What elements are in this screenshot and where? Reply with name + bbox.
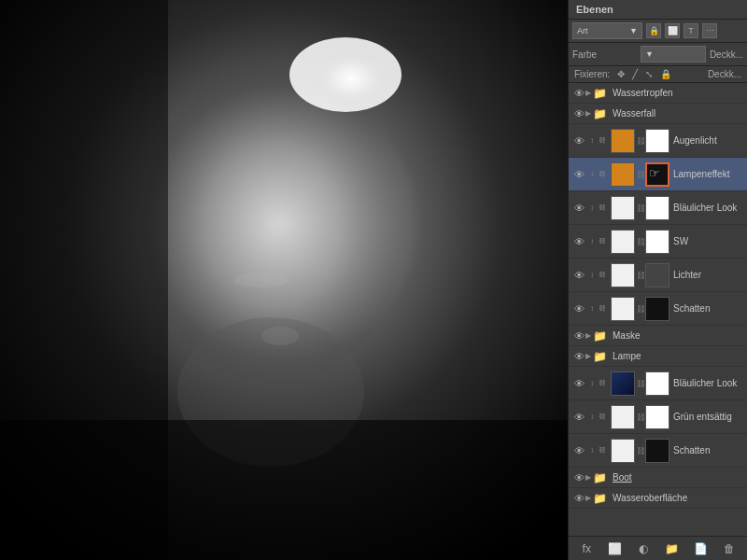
chain-icon: ⛓ [598,136,607,146]
layer-mask-thumbnail [645,405,669,429]
chain-link-icon: ⛓ [637,271,644,280]
layer-name: Bläulicher Look [670,203,743,213]
add-group-button[interactable]: 📁 [663,539,682,558]
fix-label: Fixieren: [574,69,610,79]
layer-row[interactable]: 👁 ▶ 📁 Wasseroberfläche [569,488,747,509]
layer-row[interactable]: 👁 ▶ 📁 Wasserfall [569,104,747,124]
layer-row[interactable]: 👁 ▶ 📁 Lampe [569,346,747,367]
layer-controls: ↕ ⛓ [587,304,607,314]
lock-icon-btn[interactable]: 🔒 [646,23,661,38]
link-icon: ↕ [587,136,597,146]
layer-row[interactable]: 👁 ↕ ⛓ ⛓ Grün entsättig [569,400,747,434]
group-arrow[interactable]: ▶ [585,352,591,360]
layer-row[interactable]: 👁 ↕ ⛓ ⛓ Schatten [569,434,747,468]
layer-controls: ↕ ⛓ [587,237,607,246]
group-arrow[interactable]: ▶ [585,89,591,97]
layer-name: SW [670,236,743,246]
layer-row[interactable]: 👁 ↕ ⛓ ⛓ Bläulicher Look [569,191,747,225]
layer-thumbnail [611,129,635,153]
visibility-icon[interactable]: 👁 [572,471,585,484]
blend-mode-select[interactable]: Art ▼ [572,22,642,39]
canvas-image [0,0,568,560]
color-select[interactable]: ▼ [641,46,706,63]
visibility-icon[interactable]: 👁 [572,202,585,215]
visibility-icon[interactable]: 👁 [572,492,585,505]
layer-controls: ↕ ⛓ [587,379,607,388]
layer-controls: ↕ ⛓ [587,203,607,213]
layer-thumbnail [611,230,635,254]
svg-rect-5 [0,420,568,560]
add-adjustment-button[interactable]: ◐ [634,539,653,558]
layer-mask-thumbnail: ☞ [645,162,669,187]
panel-bottom: fx ⬜ ◐ 📁 📄 🗑 [569,536,747,560]
mask-icon-btn[interactable]: ⬜ [665,23,680,38]
layer-controls: ↕ ⛓ [587,271,607,280]
chain-link-icon: ⛓ [637,446,644,455]
fix-move-icon[interactable]: ✥ [617,69,625,79]
layer-mask-thumbnail [645,371,669,396]
link-icon: ↕ [587,203,597,213]
visibility-icon[interactable]: 👁 [572,269,585,282]
more-icon-btn[interactable]: ⋯ [702,23,717,38]
layer-name: Lampeneffekt [670,169,743,179]
visibility-icon[interactable]: 👁 [572,411,585,424]
layer-row[interactable]: 👁 ▶ 📁 Wassertropfen [569,83,747,104]
layer-row[interactable]: 👁 ↕ ⛓ ⛓ Lichter [569,259,747,292]
layer-name: Wasserfall [610,108,743,119]
layer-controls: ↕ ⛓ [587,170,607,179]
layer-row[interactable]: 👁 ▶ 📁 Boot [569,468,747,488]
blend-mode-value: Art [577,26,588,35]
chain-icon: ⛓ [598,413,607,422]
fix-brush-icon[interactable]: ╱ [632,69,638,79]
layer-row[interactable]: 👁 ↕ ⛓ ⛓ SW [569,225,747,259]
group-arrow[interactable]: ▶ [585,473,591,482]
layers-list[interactable]: 👁 ▶ 📁 Wassertropfen 👁 ▶ 📁 Wasserfall 👁 ↕… [569,83,747,536]
fx-button[interactable]: fx [577,539,596,558]
type-icon-btn[interactable]: T [684,23,698,38]
chain-icon: ⛓ [598,170,607,179]
layer-row[interactable]: 👁 ↕ ⛓ ⛓ ☞ Lampeneffekt [569,158,747,191]
layer-mask-thumbnail [645,129,669,153]
layer-name: Wassertropfen [610,88,743,98]
visibility-icon[interactable]: 👁 [572,134,585,147]
layer-thumbnail [611,371,635,396]
layer-thumbnail [611,405,635,429]
visibility-icon[interactable]: 👁 [572,444,585,457]
visibility-icon[interactable]: 👁 [572,87,585,100]
blend-mode-row: Art ▼ 🔒 ⬜ T ⋯ [569,20,747,43]
chain-icon: ⛓ [598,271,607,280]
new-layer-button[interactable]: 📄 [691,539,710,558]
chain-link-icon: ⛓ [637,379,644,388]
fix-transform-icon[interactable]: ⤡ [645,69,653,79]
layer-row[interactable]: 👁 ↕ ⛓ ⛓ Augenlicht [569,124,747,158]
visibility-icon[interactable]: 👁 [572,377,585,390]
layer-row[interactable]: 👁 ↕ ⛓ ⛓ Schatten [569,292,747,326]
layer-name: Boot [610,472,743,483]
visibility-icon[interactable]: 👁 [572,235,585,248]
layer-controls: ↕ ⛓ [587,446,607,455]
folder-icon: 📁 [593,329,607,343]
group-arrow[interactable]: ▶ [585,109,591,118]
group-arrow[interactable]: ▶ [585,331,591,340]
folder-icon: 📁 [593,471,607,484]
group-arrow[interactable]: ▶ [585,494,591,502]
layer-controls: ↕ ⛓ [587,136,607,146]
svg-point-8 [261,327,299,345]
visibility-icon[interactable]: 👁 [572,329,585,343]
add-mask-button[interactable]: ⬜ [606,539,625,558]
layer-row[interactable]: 👁 ▶ 📁 Maske [569,326,747,346]
visibility-icon[interactable]: 👁 [572,107,585,120]
layer-mask-thumbnail [645,196,669,220]
svg-point-6 [289,37,402,112]
chain-link-icon: ⛓ [637,237,644,246]
fix-lock-icon[interactable]: 🔒 [660,69,671,79]
layer-controls: ↕ ⛓ [587,413,607,422]
layer-row[interactable]: 👁 ↕ ⛓ ⛓ Bläulicher Look [569,367,747,400]
visibility-icon[interactable]: 👁 [572,350,585,363]
chain-link-icon: ⛓ [637,413,644,422]
layer-thumbnail [611,162,635,187]
visibility-icon[interactable]: 👁 [572,302,585,315]
delete-layer-button[interactable]: 🗑 [720,539,739,558]
visibility-icon[interactable]: 👁 [572,168,585,181]
canvas-area [0,0,568,560]
